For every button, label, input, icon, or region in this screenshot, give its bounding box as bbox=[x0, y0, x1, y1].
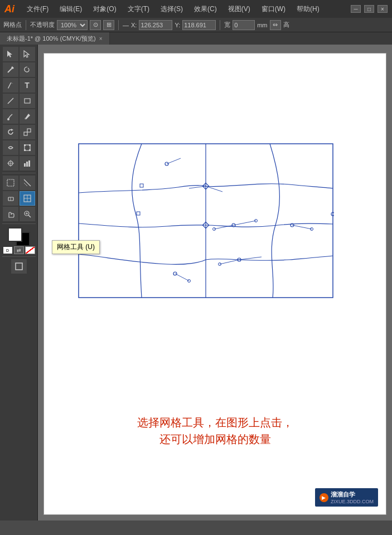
tool-separator-1 bbox=[2, 173, 36, 173]
svg-line-49 bbox=[220, 260, 239, 264]
svg-rect-17 bbox=[26, 162, 28, 167]
options-bar: 网格点 不透明度 100% ⊙ ⊞ — X: Y: 宽 mm ⇔ 高 bbox=[0, 18, 392, 32]
lasso-tool[interactable] bbox=[20, 62, 35, 77]
ai-logo: Ai bbox=[4, 3, 14, 15]
warp-tool[interactable] bbox=[3, 140, 18, 155]
color-mode-row: D ⇄ bbox=[3, 246, 35, 254]
main-area: T bbox=[0, 45, 392, 521]
menu-object[interactable]: 对象(O) bbox=[90, 3, 119, 15]
canvas-area: 网格工具 (U) 选择网格工具，在图形上点击， 还可以增加网格的数量 ▶ 溜溜自… bbox=[38, 45, 392, 521]
chain-icon[interactable]: ⇔ bbox=[270, 20, 281, 30]
tool-row-6 bbox=[3, 125, 35, 139]
none-color-button[interactable] bbox=[25, 246, 35, 254]
zoom-tool[interactable] bbox=[20, 207, 35, 221]
annotation-line1: 选择网格工具，在图形上点击， bbox=[137, 414, 293, 431]
symbol-sprayer-tool[interactable] bbox=[3, 156, 18, 171]
svg-line-21 bbox=[24, 183, 27, 186]
pen-tool[interactable] bbox=[3, 78, 18, 93]
window-controls: ─ □ × bbox=[351, 5, 388, 13]
options-icon-1[interactable]: ⊙ bbox=[90, 20, 101, 30]
eraser-tool[interactable] bbox=[3, 191, 18, 206]
tool-row-7 bbox=[3, 140, 35, 155]
svg-rect-7 bbox=[27, 129, 31, 132]
watermark-url: ZIXUE.3DDD.COM bbox=[331, 499, 374, 504]
tool-row-4 bbox=[3, 94, 35, 108]
tool-separator-2 bbox=[2, 223, 36, 224]
foreground-color[interactable] bbox=[8, 227, 22, 242]
menu-edit[interactable]: 编辑(E) bbox=[56, 3, 85, 15]
svg-line-40 bbox=[206, 186, 222, 192]
svg-rect-16 bbox=[24, 163, 26, 167]
slice-tool[interactable] bbox=[20, 176, 35, 190]
svg-line-20 bbox=[24, 179, 31, 186]
menu-window[interactable]: 窗口(W) bbox=[258, 3, 289, 15]
svg-line-45 bbox=[292, 225, 312, 229]
menu-file[interactable]: 文件(F) bbox=[23, 3, 52, 15]
tool-separator-3 bbox=[2, 256, 36, 257]
pencil-tool[interactable] bbox=[20, 109, 35, 124]
hand-tool[interactable] bbox=[3, 207, 18, 221]
rect-tool[interactable] bbox=[20, 94, 35, 108]
svg-rect-22 bbox=[8, 197, 13, 201]
menu-view[interactable]: 视图(V) bbox=[225, 3, 254, 15]
tool-row-modes bbox=[11, 259, 27, 274]
width-input[interactable] bbox=[233, 20, 255, 30]
selection-tool[interactable] bbox=[3, 47, 18, 61]
watermark-icon: ▶ bbox=[320, 493, 328, 502]
line-tool[interactable] bbox=[3, 94, 18, 108]
menu-text[interactable]: 文字(T) bbox=[124, 3, 153, 15]
svg-rect-11 bbox=[24, 149, 26, 151]
tool-row-3: T bbox=[3, 78, 35, 93]
tool-row-11 bbox=[3, 207, 35, 221]
watermark-brand: 溜溜自学 bbox=[331, 490, 374, 499]
left-toolbar: T bbox=[0, 45, 38, 521]
tab-close-button[interactable]: × bbox=[99, 36, 103, 42]
rotate-tool[interactable] bbox=[3, 125, 18, 139]
svg-rect-31 bbox=[16, 263, 22, 270]
titlebar: Ai 文件(F) 编辑(E) 对象(O) 文字(T) 选择(S) 效果(C) 视… bbox=[0, 0, 392, 18]
x-input[interactable] bbox=[139, 20, 172, 30]
menu-select[interactable]: 选择(S) bbox=[157, 3, 186, 15]
none-indicator: D bbox=[6, 249, 9, 252]
svg-rect-37 bbox=[140, 184, 143, 187]
direct-selection-tool[interactable] bbox=[20, 47, 35, 61]
svg-rect-9 bbox=[24, 144, 26, 146]
artboard-tool[interactable] bbox=[3, 176, 18, 190]
opacity-select[interactable]: 100% bbox=[57, 20, 88, 30]
y-input[interactable] bbox=[182, 20, 216, 30]
close-button[interactable]: × bbox=[378, 5, 388, 13]
svg-rect-6 bbox=[24, 132, 27, 135]
x-label2: X: bbox=[131, 22, 137, 28]
tool-row-5 bbox=[3, 109, 35, 124]
free-transform-tool[interactable] bbox=[20, 140, 35, 155]
watermark-text: 溜溜自学 ZIXUE.3DDD.COM bbox=[331, 490, 374, 504]
scale-tool[interactable] bbox=[20, 125, 35, 139]
text-tool-icon: T bbox=[25, 81, 30, 90]
swap-colors-button[interactable]: ⇄ bbox=[14, 246, 24, 254]
restore-button[interactable]: □ bbox=[364, 5, 374, 13]
paintbrush-tool[interactable] bbox=[3, 109, 18, 124]
svg-rect-3 bbox=[25, 99, 30, 103]
menu-help[interactable]: 帮助(H) bbox=[293, 3, 323, 15]
canvas-annotation: 选择网格工具，在图形上点击， 还可以增加网格的数量 bbox=[137, 414, 293, 448]
svg-line-0 bbox=[8, 68, 12, 72]
magic-wand-tool[interactable] bbox=[3, 62, 18, 77]
color-area: D ⇄ bbox=[3, 227, 35, 254]
column-graph-tool[interactable] bbox=[20, 156, 35, 171]
default-colors-button[interactable]: D bbox=[3, 246, 13, 254]
tool-row-9 bbox=[3, 176, 35, 190]
svg-rect-10 bbox=[29, 144, 31, 146]
text-tool[interactable]: T bbox=[20, 78, 35, 93]
annotation-line2: 还可以增加网格的数量 bbox=[137, 431, 293, 448]
minimize-button[interactable]: ─ bbox=[351, 5, 361, 13]
svg-rect-12 bbox=[29, 149, 31, 151]
document-tab[interactable]: 未标题-1* @ 100% (CMYK/预览) × bbox=[0, 32, 110, 45]
height-label: 高 bbox=[283, 21, 289, 29]
svg-rect-36 bbox=[137, 212, 140, 215]
normal-mode-button[interactable] bbox=[11, 259, 27, 274]
tab-title: 未标题-1* @ 100% (CMYK/预览) bbox=[7, 35, 96, 43]
watermark: ▶ 溜溜自学 ZIXUE.3DDD.COM bbox=[315, 488, 378, 507]
menu-effect[interactable]: 效果(C) bbox=[191, 3, 220, 15]
mesh-tool[interactable] bbox=[20, 191, 35, 206]
options-icon-2[interactable]: ⊞ bbox=[103, 20, 114, 30]
